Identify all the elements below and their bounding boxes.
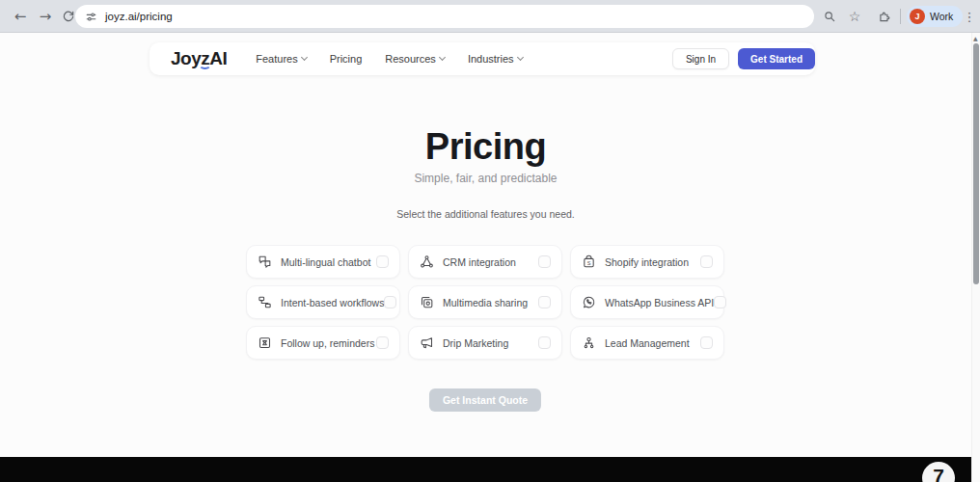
svg-text:S: S [587, 260, 591, 266]
feature-checkbox[interactable] [538, 296, 551, 308]
media-stack-icon [420, 295, 434, 309]
page-title: Pricing [0, 126, 971, 168]
whatsapp-icon [582, 295, 596, 309]
network-nodes-icon [420, 254, 434, 269]
lead-person-icon [582, 335, 596, 350]
bookmark-star-icon[interactable]: ☆ [842, 4, 867, 29]
feature-card-lead-management[interactable]: Lead Management [570, 326, 724, 360]
footer-bar [0, 457, 971, 482]
feature-label: Multimedia sharing [443, 297, 528, 308]
scrollbar-up-arrow[interactable]: ▲ [973, 35, 978, 41]
feature-grid: Multi-lingual chatbot CRM integration S … [246, 245, 724, 360]
back-button[interactable]: ← [8, 4, 33, 29]
profile-chip[interactable]: J Work [907, 6, 963, 27]
scrollbar-thumb[interactable] [973, 43, 979, 284]
extensions-icon[interactable] [872, 4, 897, 29]
reminder-box-icon [258, 335, 272, 350]
profile-avatar: J [910, 9, 925, 24]
feature-label: WhatsApp Business API [605, 297, 714, 308]
feature-checkbox[interactable] [700, 255, 713, 268]
feature-checkbox[interactable] [376, 336, 389, 349]
feature-checkbox[interactable] [384, 296, 396, 308]
site-navbar: JoyzAI Features Pricing Resources Indust… [150, 42, 815, 75]
feature-card-multimedia-sharing[interactable]: Multimedia sharing [408, 285, 562, 319]
site-logo[interactable]: JoyzAI [171, 48, 227, 69]
feature-card-crm-integration[interactable]: CRM integration [408, 245, 562, 279]
feature-checkbox[interactable] [538, 336, 551, 349]
feature-checkbox[interactable] [538, 255, 551, 268]
workflow-icon [258, 295, 272, 309]
feature-label: Drip Marketing [443, 337, 508, 349]
feature-label: Follow up, reminders [281, 337, 374, 349]
chevron-down-icon [517, 54, 524, 61]
footer-badge-number: 7 [933, 462, 944, 482]
get-started-button[interactable]: Get Started [738, 48, 815, 69]
feature-label: Shopify integration [605, 256, 689, 268]
feature-card-multi-lingual-chatbot[interactable]: Multi-lingual chatbot [246, 245, 400, 279]
feature-checkbox[interactable] [700, 336, 713, 349]
feature-checkbox[interactable] [376, 255, 389, 268]
profile-name: Work [930, 11, 953, 22]
feature-label: Multi-lingual chatbot [281, 256, 370, 268]
scrollbar[interactable]: ▲ [971, 33, 980, 482]
nav-item-industries[interactable]: Industries [468, 53, 523, 65]
nav-links: Features Pricing Resources Industries [256, 53, 522, 65]
page-subtitle: Simple, fair, and predictable [0, 172, 971, 185]
get-instant-quote-button[interactable]: Get Instant Quote [429, 388, 541, 412]
nav-item-resources[interactable]: Resources [385, 53, 445, 65]
feature-label: Lead Management [605, 337, 690, 349]
feature-card-shopify-integration[interactable]: S Shopify integration [570, 245, 724, 279]
sign-in-button[interactable]: Sign In [672, 48, 729, 69]
feature-card-drip-marketing[interactable]: Drip Marketing [408, 326, 562, 360]
nav-item-pricing[interactable]: Pricing [330, 53, 363, 65]
feature-label: Intent-based workflows [281, 297, 384, 308]
chevron-down-icon [439, 54, 446, 61]
address-bar[interactable]: joyz.ai/pricing [75, 5, 814, 28]
feature-select-instruction: Select the additional features you need. [0, 208, 971, 220]
shopping-bag-icon: S [582, 254, 596, 269]
megaphone-icon [420, 335, 434, 350]
forward-button[interactable]: → [33, 4, 58, 29]
feature-card-whatsapp-business-api[interactable]: WhatsApp Business API [570, 285, 724, 319]
feature-label: CRM integration [443, 256, 516, 268]
browser-toolbar: ← → joyz.ai/pricing ☆ J Work ⋮ [0, 0, 980, 33]
translate-chat-icon [258, 254, 272, 269]
feature-checkbox[interactable] [714, 296, 726, 308]
url-text[interactable]: joyz.ai/pricing [105, 11, 173, 22]
zoom-icon[interactable] [817, 4, 842, 29]
feature-card-intent-based-workflows[interactable]: Intent-based workflows [246, 285, 400, 319]
feature-card-follow-up-reminders[interactable]: Follow up, reminders [246, 326, 400, 360]
browser-menu-icon[interactable]: ⋮ [957, 4, 980, 29]
chevron-down-icon [301, 54, 308, 61]
site-info-icon[interactable] [85, 11, 97, 23]
toolbar-divider [900, 9, 901, 24]
nav-item-features[interactable]: Features [256, 53, 306, 65]
